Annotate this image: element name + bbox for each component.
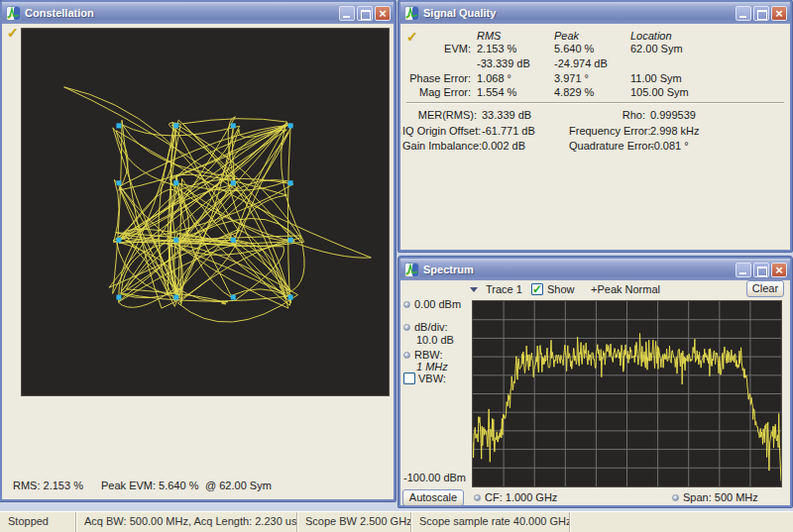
window-icon <box>404 263 419 277</box>
peak-value: 5.640 % <box>554 42 628 55</box>
stat-label: MER(RMS): <box>402 108 477 122</box>
peak-value: 4.829 % <box>554 85 628 99</box>
minimize-button[interactable] <box>736 6 751 21</box>
cf-knob-icon[interactable] <box>474 494 481 501</box>
status-segment-acquisition: Acq BW: 500.00 MHz, Acq Length: 2.230 us <box>76 512 297 532</box>
peak-evm-readout: Peak EVM: 5.640 % <box>101 479 198 491</box>
rbw-knob-icon[interactable] <box>403 352 410 359</box>
location-value: 11.00 Sym <box>630 71 682 85</box>
db-per-div-knob-icon[interactable] <box>403 324 410 331</box>
vbw-checkbox[interactable] <box>403 372 415 384</box>
status-segment-empty <box>570 512 793 532</box>
peak-value: -24.974 dB <box>554 56 628 70</box>
signal-quality-window: Signal Quality ✓ RMS Peak Location EVM: … <box>398 0 792 252</box>
ref-level-knob-icon[interactable] <box>403 301 410 308</box>
status-segment-sample-rate: Scope sample rate 40.000 GHz <box>411 512 570 532</box>
minimize-button[interactable] <box>736 263 751 277</box>
stat-value: 33.339 dB <box>482 108 576 122</box>
spectrum-trace <box>473 301 781 486</box>
span-knob-icon[interactable] <box>672 494 679 501</box>
autoscale-button[interactable]: Autoscale <box>402 489 464 506</box>
rms-evm-readout: RMS: 2.153 % <box>13 479 83 491</box>
span-readout[interactable]: Span: 500 MHz <box>683 491 758 503</box>
window-icon <box>6 6 21 21</box>
rms-value: -33.339 dB <box>477 56 552 70</box>
trace-selector-label[interactable]: Trace 1 <box>486 283 522 295</box>
row-label: EVM: <box>402 42 471 55</box>
maximize-button[interactable] <box>753 6 769 21</box>
location-value: 105.00 Sym <box>630 85 689 99</box>
close-button[interactable] <box>771 6 787 21</box>
valid-check-icon: ✓ <box>7 25 19 41</box>
vbw-label[interactable]: VBW: <box>418 372 446 384</box>
peak-value: 3.971 ° <box>554 71 628 85</box>
table-row: -33.339 dB -24.974 dB <box>402 56 786 70</box>
stat-label: Quadrature Error: <box>569 139 645 153</box>
window-icon <box>404 6 419 21</box>
spectrum-window: Spectrum Trace 1 Show +Peak Normal Clear… <box>398 257 792 507</box>
table-row: Mag Error: 1.554 % 4.829 % 105.00 Sym <box>402 85 786 99</box>
separator <box>406 102 784 104</box>
stat-value: 0.002 dB <box>482 139 576 153</box>
stat-value: 2.998 kHz <box>650 124 700 138</box>
stat-value: -61.771 dB <box>482 124 576 138</box>
bottom-level-label: -100.00 dBm <box>402 472 466 483</box>
signal-quality-titlebar[interactable]: Signal Quality <box>400 2 790 24</box>
stats-row: IQ Origin Offset: -61.771 dB Frequency E… <box>402 124 786 138</box>
stat-label: Gain Imbalance: <box>402 139 477 153</box>
spectrum-titlebar[interactable]: Spectrum <box>400 259 790 280</box>
rbw-value[interactable]: 1 MHz <box>416 361 448 372</box>
center-frequency-readout[interactable]: CF: 1.000 GHz <box>485 491 557 503</box>
window-title: Constellation <box>25 7 335 19</box>
stats-row: MER(RMS): 33.339 dB Rho: 0.999539 <box>402 108 786 122</box>
rms-value: 1.068 ° <box>477 71 552 85</box>
vsa-application: { "icons": { "check": "✓" }, "theme": { … <box>0 0 793 532</box>
show-trace-checkbox[interactable] <box>531 283 543 295</box>
close-button[interactable] <box>771 263 787 277</box>
stat-label: Frequency Error: <box>569 124 645 138</box>
location-column-header: Location <box>630 29 672 43</box>
rms-column-header: RMS <box>477 29 552 43</box>
status-segment-run-state: Stopped <box>0 512 76 532</box>
rms-value: 2.153 % <box>477 42 552 55</box>
constellation-plot <box>21 28 390 396</box>
peak-symbol-readout: @ 62.00 Sym <box>205 479 272 491</box>
ref-level-value[interactable]: 0.00 dBm <box>414 298 461 310</box>
minimize-button[interactable] <box>339 6 355 21</box>
db-per-div-value[interactable]: 10.0 dB <box>416 334 454 346</box>
show-checkbox-label[interactable]: Show <box>547 283 575 295</box>
stat-label: Rho: <box>569 108 645 122</box>
stats-row: Gain Imbalance: 0.002 dB Quadrature Erro… <box>402 139 786 153</box>
stat-value: 0.999539 <box>650 108 696 122</box>
status-bar: Stopped Acq BW: 500.00 MHz, Acq Length: … <box>0 511 793 532</box>
constellation-titlebar[interactable]: Constellation <box>2 2 394 24</box>
maximize-button[interactable] <box>357 6 373 21</box>
close-button[interactable] <box>375 6 391 21</box>
maximize-button[interactable] <box>753 263 769 277</box>
stat-label: IQ Origin Offset: <box>402 124 477 138</box>
row-label: Phase Error: <box>402 71 471 85</box>
clear-button[interactable]: Clear <box>746 280 784 297</box>
location-value: 62.00 Sym <box>630 42 683 55</box>
spectrum-plot <box>472 300 782 487</box>
stat-value: -0.081 ° <box>650 139 689 153</box>
trace-dropdown-chevron-icon[interactable] <box>470 287 478 292</box>
table-row: Phase Error: 1.068 ° 3.971 ° 11.00 Sym <box>402 71 786 85</box>
detector-mode-label: +Peak Normal <box>591 283 660 295</box>
constellation-window: Constellation ✓ RMS: 2.153 % Peak EVM: 5… <box>0 0 396 501</box>
rbw-label[interactable]: RBW: <box>414 349 443 361</box>
table-row: EVM: 2.153 % 5.640 % 62.00 Sym <box>402 42 786 55</box>
window-title: Signal Quality <box>423 7 732 19</box>
peak-column-header: Peak <box>554 29 628 43</box>
db-per-div-label[interactable]: dB/div: <box>414 321 448 333</box>
row-label: Mag Error: <box>402 85 471 99</box>
rms-value: 1.554 % <box>477 85 552 99</box>
table-header-row: RMS Peak Location <box>402 29 786 43</box>
window-title: Spectrum <box>423 264 732 275</box>
constellation-trace <box>22 29 389 395</box>
status-segment-scope-bw: Scope BW 2.500 GHz <box>297 512 411 532</box>
